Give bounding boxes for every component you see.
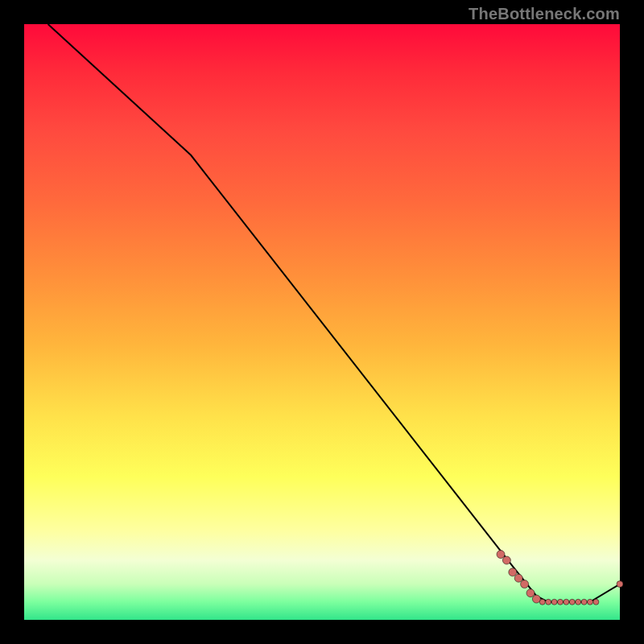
marker-dot	[502, 556, 510, 564]
marker-dot	[526, 589, 535, 597]
marker-dot	[593, 599, 599, 605]
chart-svg	[24, 24, 620, 620]
marker-dot	[509, 568, 517, 576]
watermark-label: TheBottleneck.com	[469, 5, 620, 23]
marker-dot	[546, 599, 551, 605]
marker-dot	[521, 580, 529, 588]
marker-group	[497, 551, 623, 605]
marker-dot	[617, 581, 623, 588]
marker-dot	[539, 599, 545, 605]
marker-dot	[569, 599, 575, 605]
plot-area	[24, 24, 620, 620]
marker-dot	[564, 599, 569, 605]
marker-dot	[558, 599, 564, 605]
marker-dot	[581, 599, 587, 605]
marker-dot	[514, 574, 522, 582]
curve-line	[48, 24, 620, 602]
marker-dot	[576, 599, 581, 605]
chart-stage: TheBottleneck.com	[0, 0, 644, 644]
marker-dot	[551, 599, 557, 605]
marker-dot	[497, 551, 505, 559]
marker-dot	[588, 599, 593, 605]
marker-dot	[532, 595, 540, 603]
